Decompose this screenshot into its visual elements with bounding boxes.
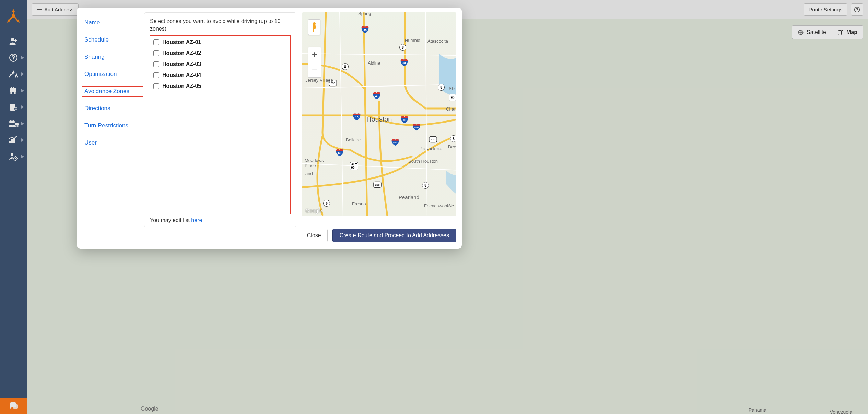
tab-user[interactable]: User: [83, 139, 142, 147]
zoom-out-button[interactable]: −: [308, 62, 321, 77]
svg-rect-66: [313, 29, 314, 32]
svg-text:225: 225: [431, 138, 436, 141]
zone-label[interactable]: Houston AZ-01: [162, 39, 201, 45]
zone-row: Houston AZ-03: [153, 61, 287, 67]
tab-directions[interactable]: Directions: [83, 104, 142, 113]
zone-label[interactable]: Houston AZ-04: [162, 72, 201, 78]
map-city-label: We: [447, 203, 454, 208]
create-route-button[interactable]: Create Route and Proceed to Add Addresse…: [332, 229, 456, 242]
tab-avoidance-zones[interactable]: Avoidance Zones: [83, 87, 142, 95]
tab-sharing[interactable]: Sharing: [83, 53, 142, 61]
map-city-label: Humble: [405, 38, 420, 43]
zone-row: Houston AZ-01: [153, 39, 287, 45]
zone-checkbox[interactable]: [153, 72, 159, 78]
map-city-houston: Houston: [366, 115, 392, 123]
modal-content: Select zones you want to avoid while dri…: [144, 12, 296, 227]
zone-checkbox[interactable]: [153, 39, 159, 45]
map-city-label: Shel: [449, 86, 456, 91]
svg-text:610: 610: [393, 141, 397, 144]
svg-rect-65: [313, 25, 316, 29]
zone-row: Houston AZ-04: [153, 72, 287, 78]
map-city-label: Friendswood: [424, 203, 449, 208]
map-city-label: Bellaire: [346, 137, 361, 142]
svg-text:288: 288: [375, 183, 380, 186]
map-city-label: Meadows Place: [305, 158, 329, 168]
tab-turn-restrictions[interactable]: Turn Restrictions: [83, 122, 142, 130]
pegman-control[interactable]: [308, 19, 320, 35]
map-city-label: Pearland: [399, 194, 419, 200]
svg-text:69: 69: [402, 61, 406, 65]
modal-sidebar: Name Schedule Sharing Optimization Avoid…: [77, 12, 142, 227]
zoom-control: + −: [308, 47, 321, 78]
edit-prefix: You may edit list: [150, 217, 191, 223]
modal-footer: Close Create Route and Proceed to Add Ad…: [77, 227, 462, 249]
zone-checkbox[interactable]: [153, 50, 159, 56]
map-city-label: Atascocita: [427, 38, 448, 44]
map-city-label: Jersey Village: [305, 78, 333, 83]
route-options-modal: Name Schedule Sharing Optimization Avoid…: [77, 8, 462, 249]
svg-text:45: 45: [363, 28, 367, 32]
zone-list: Houston AZ-01 Houston AZ-02 Houston AZ-0…: [150, 36, 291, 214]
map-city-label: Deer: [448, 144, 456, 149]
svg-text:10: 10: [403, 118, 406, 122]
tab-name[interactable]: Name: [83, 19, 142, 27]
google-attribution: Google: [305, 208, 322, 214]
instruction-text: Select zones you want to avoid while dri…: [150, 18, 291, 32]
modal-map[interactable]: 45 69 45 10 10 610 610 69: [302, 12, 456, 216]
svg-rect-67: [315, 29, 315, 32]
tab-optimization[interactable]: Optimization: [83, 70, 142, 78]
zone-label[interactable]: Houston AZ-05: [162, 83, 201, 89]
map-city-label: South Houston: [408, 159, 438, 164]
zone-label[interactable]: Houston AZ-02: [162, 50, 201, 56]
map-city-label: and: [305, 171, 313, 176]
zone-row: Houston AZ-05: [153, 83, 287, 89]
zoom-in-button[interactable]: +: [308, 47, 321, 62]
close-button[interactable]: Close: [301, 229, 328, 242]
zone-checkbox[interactable]: [153, 83, 159, 89]
map-city-label: Channel: [446, 106, 456, 112]
edit-list-text: You may edit list here: [150, 214, 291, 223]
svg-text:610: 610: [414, 126, 419, 129]
zone-label[interactable]: Houston AZ-03: [162, 61, 201, 67]
edit-list-link[interactable]: here: [191, 217, 202, 223]
svg-text:45: 45: [375, 94, 378, 98]
zone-row: Houston AZ-02: [153, 50, 287, 56]
map-city-label: Fresno: [352, 201, 366, 206]
map-city-label: Spring: [358, 12, 371, 16]
map-city-label: Pasadena: [419, 146, 443, 151]
tab-schedule[interactable]: Schedule: [83, 36, 142, 44]
svg-text:10: 10: [355, 116, 359, 119]
map-city-label: Aldine: [368, 60, 380, 66]
svg-text:69: 69: [338, 151, 341, 155]
zone-checkbox[interactable]: [153, 61, 159, 67]
svg-point-64: [313, 22, 316, 25]
